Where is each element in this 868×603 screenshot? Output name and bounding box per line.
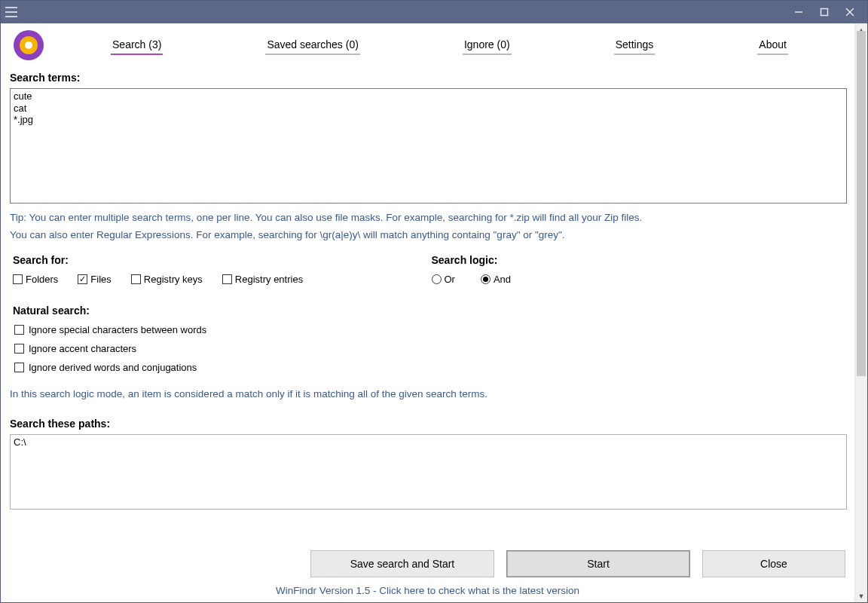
logic-explanation: In this search logic mode, an item is co… bbox=[10, 388, 847, 399]
tab-saved-searches[interactable]: Saved searches (0) bbox=[265, 35, 359, 55]
tip-text-1: Tip: You can enter multiple search terms… bbox=[10, 212, 847, 223]
checkbox-icon bbox=[14, 363, 24, 372]
search-paths-input[interactable] bbox=[10, 434, 847, 510]
checkbox-icon bbox=[78, 274, 87, 284]
scroll-down-icon[interactable]: ▼ bbox=[855, 589, 867, 602]
check-ignore-derived-label: Ignore derived words and conjugations bbox=[29, 362, 197, 373]
check-files-label: Files bbox=[90, 274, 111, 285]
tip-text-2: You can also enter Regular Expressions. … bbox=[10, 229, 847, 240]
check-regkeys-label: Registry keys bbox=[144, 274, 203, 285]
minimize-button[interactable] bbox=[786, 4, 811, 20]
check-registry-entries[interactable]: Registry entries bbox=[222, 274, 303, 285]
titlebar bbox=[1, 1, 867, 23]
radio-or-label: Or bbox=[445, 274, 455, 285]
check-ignore-accent[interactable]: Ignore accent characters bbox=[14, 343, 847, 354]
check-folders-label: Folders bbox=[26, 274, 58, 285]
vertical-scrollbar[interactable]: ▲ ▼ bbox=[854, 23, 867, 602]
check-ignore-derived[interactable]: Ignore derived words and conjugations bbox=[14, 362, 847, 373]
search-terms-input[interactable] bbox=[10, 88, 847, 204]
start-button[interactable]: Start bbox=[506, 550, 690, 577]
checkbox-icon bbox=[131, 274, 141, 284]
scrollbar-thumb[interactable] bbox=[857, 31, 866, 376]
tab-about[interactable]: About bbox=[757, 35, 788, 55]
check-files[interactable]: Files bbox=[78, 274, 111, 285]
tab-ignore[interactable]: Ignore (0) bbox=[463, 35, 512, 55]
checkbox-icon bbox=[14, 344, 24, 354]
checkbox-icon bbox=[14, 325, 24, 335]
app-logo-icon bbox=[13, 29, 44, 61]
search-logic-label: Search logic: bbox=[432, 254, 848, 266]
natural-search-label: Natural search: bbox=[13, 305, 847, 317]
save-search-and-start-button[interactable]: Save search and Start bbox=[310, 550, 494, 577]
close-button[interactable]: Close bbox=[702, 550, 845, 577]
svg-point-6 bbox=[25, 41, 32, 49]
search-terms-label: Search terms: bbox=[10, 72, 847, 84]
check-registry-keys[interactable]: Registry keys bbox=[131, 274, 203, 285]
check-folders[interactable]: Folders bbox=[13, 274, 58, 285]
tab-bar: Search (3) Saved searches (0) Ignore (0)… bbox=[1, 23, 854, 67]
radio-or[interactable]: Or bbox=[432, 274, 455, 285]
check-ignore-special[interactable]: Ignore special characters between words bbox=[14, 324, 847, 335]
checkbox-icon bbox=[222, 274, 232, 284]
svg-rect-1 bbox=[821, 9, 828, 16]
radio-icon bbox=[481, 274, 491, 284]
check-regentries-label: Registry entries bbox=[235, 274, 303, 285]
footer: Save search and Start Start Close WinFin… bbox=[1, 543, 854, 602]
hamburger-icon[interactable] bbox=[5, 7, 17, 17]
radio-icon bbox=[432, 274, 442, 284]
tab-search[interactable]: Search (3) bbox=[111, 35, 163, 55]
version-check-link[interactable]: WinFindr Version 1.5 - Click here to che… bbox=[1, 582, 854, 602]
body-area: Search terms: Tip: You can enter multipl… bbox=[1, 67, 854, 543]
window-frame: Search (3) Saved searches (0) Ignore (0)… bbox=[0, 0, 868, 603]
close-window-button[interactable] bbox=[837, 4, 863, 20]
search-paths-label: Search these paths: bbox=[10, 418, 847, 430]
check-ignore-accent-label: Ignore accent characters bbox=[29, 343, 136, 354]
checkbox-icon bbox=[13, 274, 23, 284]
maximize-button[interactable] bbox=[811, 4, 837, 20]
radio-and[interactable]: And bbox=[481, 274, 511, 285]
radio-and-label: And bbox=[494, 274, 511, 285]
tab-settings[interactable]: Settings bbox=[614, 35, 656, 55]
search-for-label: Search for: bbox=[13, 254, 429, 266]
check-ignore-special-label: Ignore special characters between words bbox=[29, 324, 206, 335]
